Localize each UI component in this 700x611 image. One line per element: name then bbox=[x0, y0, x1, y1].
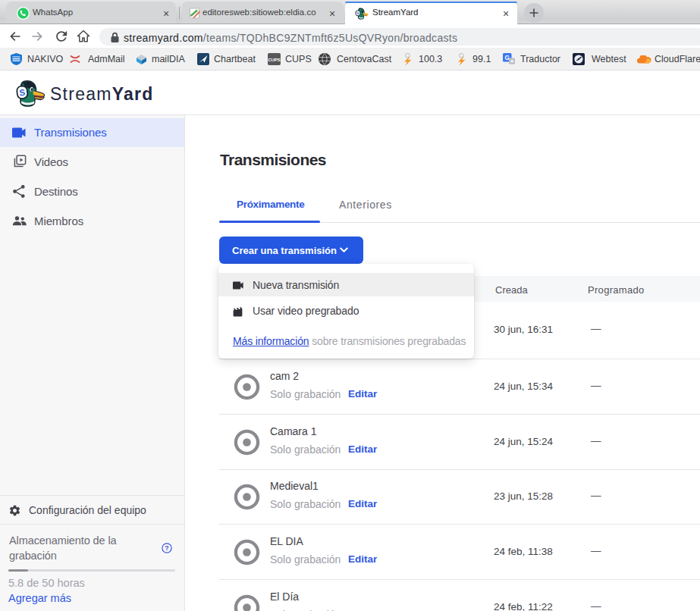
svg-text:G: G bbox=[504, 55, 509, 61]
svg-text:★: ★ bbox=[510, 58, 514, 64]
svg-text:CUPS: CUPS bbox=[268, 58, 281, 62]
svg-text:?: ? bbox=[165, 544, 168, 552]
